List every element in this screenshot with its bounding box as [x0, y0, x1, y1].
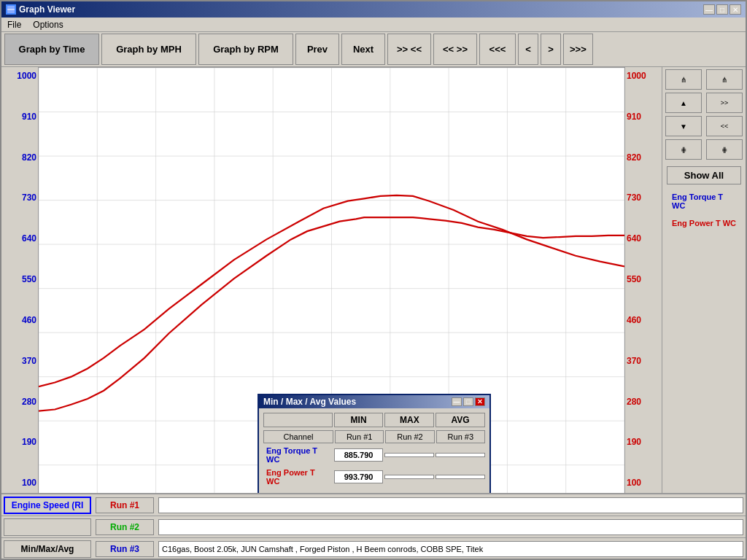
bottom-row-1: Engine Speed (RI Run #1: [1, 494, 746, 516]
y-right-820: 820: [627, 152, 660, 163]
skip-end-button[interactable]: <<<: [479, 34, 516, 65]
popup-col-row: Channel Run #1 Run #2 Run #3: [263, 430, 485, 443]
run3-desc: C16gas, Boost 2.05k, JUN Camshaft , Forg…: [158, 541, 743, 557]
y-axis-left: 1000 910 820 730 640 550 460 370 280 190…: [1, 67, 38, 493]
app-icon: [6, 4, 16, 15]
popup-run3-col: Run #3: [436, 430, 485, 443]
scroll-down-button[interactable]: ▼: [665, 116, 702, 136]
y-left-1000: 1000: [3, 71, 36, 81]
popup-run2-col: Run #2: [385, 430, 434, 443]
y-right-280: 280: [627, 397, 660, 407]
y-right-910: 910: [627, 112, 660, 122]
minmax-popup: Min / Max / Avg Values — □ ✕ MIN: [258, 394, 491, 493]
y-left-190: 190: [3, 437, 36, 447]
y-right-370: 370: [627, 356, 660, 366]
popup-empty-header: [263, 413, 333, 427]
run3-label: Run #3: [96, 541, 154, 557]
graph-by-rpm-button[interactable]: Graph by RPM: [198, 34, 293, 65]
title-bar-buttons: — □ ✕: [703, 4, 741, 15]
bottom-bar: Engine Speed (RI Run #1 Run #2 Min/Max/A…: [1, 493, 746, 559]
popup-channel-2: Eng Power T WC: [263, 467, 333, 487]
scroll-right-button[interactable]: >>: [706, 93, 743, 113]
scroll-left-button[interactable]: <: [518, 34, 538, 65]
y-left-640: 640: [3, 233, 36, 244]
y-left-100: 100: [3, 478, 36, 488]
popup-channel-col: Channel: [263, 430, 333, 443]
y-right-1000: 1000: [627, 71, 660, 81]
close-button[interactable]: ✕: [729, 4, 741, 15]
scroll-end-button[interactable]: >>>: [563, 34, 593, 65]
scroll-right-button[interactable]: >: [541, 34, 561, 65]
y-right-460: 460: [627, 315, 660, 325]
y-left-820: 820: [3, 152, 36, 163]
popup-max-button[interactable]: □: [463, 397, 473, 406]
y-right-550: 550: [627, 274, 660, 284]
window-title: Graph Viewer: [19, 4, 75, 15]
popup-title-bar: Min / Max / Avg Values — □ ✕: [259, 395, 489, 408]
popup-run3-val-1: [436, 453, 485, 457]
minmaxavg-label: Min/Max/Avg: [4, 540, 91, 558]
toolbar: Graph by Time Graph by MPH Graph by RPM …: [1, 32, 746, 67]
popup-run2-val-1: [384, 453, 434, 457]
popup-content: MIN MAX AVG Channel Run #1 Run #2 Run #3: [259, 408, 489, 493]
scroll-up-up-button[interactable]: ⋔: [665, 69, 702, 90]
minimize-button[interactable]: —: [703, 4, 715, 15]
run2-label: Run #2: [96, 519, 154, 535]
run1-desc: [158, 497, 743, 513]
menu-bar: File Options: [1, 18, 746, 32]
graph-area: 1000 910 820 730 640 550 460 370 280 190…: [1, 67, 662, 493]
right-panel: ⋔ ▲ ▼ ⋕ ⋔ >> << ⋕ Show All Eng Torque T …: [662, 67, 746, 493]
popup-avg-header: AVG: [436, 413, 485, 427]
y-left-280: 280: [3, 397, 36, 407]
scroll-down-down-button[interactable]: ⋕: [665, 139, 702, 160]
y-left-550: 550: [3, 274, 36, 284]
popup-min-button[interactable]: —: [452, 397, 462, 406]
channel-item-torque[interactable]: Eng Torque T WC: [667, 190, 741, 213]
file-menu[interactable]: File: [4, 20, 24, 30]
popup-run3-val-2: [436, 475, 485, 479]
popup-max-header: MAX: [384, 413, 434, 427]
popup-min-header: MIN: [334, 413, 384, 427]
bottom-row-2: Run #2: [1, 516, 746, 538]
title-bar-left: Graph Viewer: [6, 4, 75, 15]
maximize-button[interactable]: □: [716, 4, 728, 15]
popup-run2-val-2: [384, 475, 434, 479]
popup-data-row-1: Eng Torque T WC 885.790: [263, 445, 485, 465]
popup-run1-val-2: 993.790: [334, 470, 384, 483]
y-left-910: 910: [3, 112, 36, 122]
popup-channel-1: Eng Torque T WC: [263, 445, 333, 465]
scroll-left-left-button[interactable]: ⋕: [706, 139, 743, 160]
skip-back-button[interactable]: << >>: [433, 34, 477, 65]
graph-by-mph-button[interactable]: Graph by MPH: [101, 34, 196, 65]
skip-forward-button[interactable]: >> <<: [387, 34, 431, 65]
bottom-row-3: Min/Max/Avg Run #3 C16gas, Boost 2.05k, …: [1, 538, 746, 560]
scroll-up-button[interactable]: ▲: [665, 93, 702, 113]
next-button[interactable]: Next: [341, 34, 385, 65]
scroll-left2-button[interactable]: <<: [706, 116, 743, 136]
y-right-100: 100: [627, 478, 660, 488]
chart-wrapper: 1000 910 820 730 640 550 460 370 280 190…: [1, 67, 662, 493]
channel-item-power[interactable]: Eng Power T WC: [667, 216, 741, 230]
popup-run1-col: Run #1: [335, 430, 384, 443]
chart-container: Min / Max / Avg Values — □ ✕ MIN: [38, 67, 625, 493]
y-axis-right: 1000 910 820 730 640 550 460 370 280 190…: [625, 67, 662, 493]
empty-label-row2: [4, 518, 91, 536]
popup-data-row-2: Eng Power T WC 993.790: [263, 467, 485, 487]
y-right-730: 730: [627, 192, 660, 203]
options-menu[interactable]: Options: [30, 20, 66, 30]
popup-title-text: Min / Max / Avg Values: [263, 397, 356, 407]
y-left-730: 730: [3, 192, 36, 203]
run1-label-row1: Run #1: [96, 497, 154, 513]
prev-button[interactable]: Prev: [295, 34, 339, 65]
scroll-right-right-button[interactable]: ⋔: [706, 69, 743, 90]
y-right-190: 190: [627, 437, 660, 447]
title-bar: Graph Viewer — □ ✕: [1, 1, 746, 18]
popup-run1-val-1: 885.790: [334, 448, 384, 462]
graph-by-time-button[interactable]: Graph by Time: [4, 34, 99, 65]
app-window: Graph Viewer — □ ✕ File Options Graph by…: [0, 0, 747, 560]
engine-speed-label: Engine Speed (RI: [4, 497, 91, 514]
popup-close-button[interactable]: ✕: [475, 397, 485, 406]
run2-desc: [158, 519, 743, 535]
show-all-button[interactable]: Show All: [667, 166, 741, 184]
popup-header-row: MIN MAX AVG: [263, 413, 485, 427]
